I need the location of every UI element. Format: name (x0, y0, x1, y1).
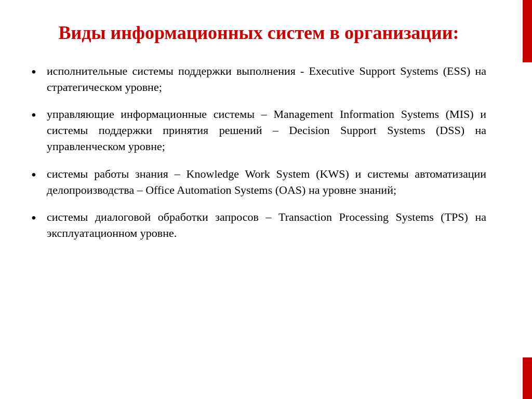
list-item-2: управляющие информационные системы – Man… (31, 107, 486, 154)
list-item-1: исполнительные системы поддержки выполне… (31, 63, 486, 96)
red-accent-top (523, 0, 532, 62)
main-content: Виды информационных систем в организации… (0, 0, 523, 274)
list-item-1-text: исполнительные системы поддержки выполне… (47, 64, 486, 94)
bullet-list: исполнительные системы поддержки выполне… (31, 63, 486, 242)
list-item-2-text: управляющие информационные системы – Man… (47, 108, 486, 153)
list-item-3-text: системы работы знания – Knowledge Work S… (47, 167, 486, 196)
list-item-4-text: системы диалоговой обработки запросов – … (47, 210, 486, 240)
page-title: Виды информационных систем в организации… (31, 21, 486, 45)
red-accent-bottom (523, 357, 532, 399)
list-item-3: системы работы знания – Knowledge Work S… (31, 166, 486, 198)
list-item-4: системы диалоговой обработки запросов – … (31, 209, 486, 242)
